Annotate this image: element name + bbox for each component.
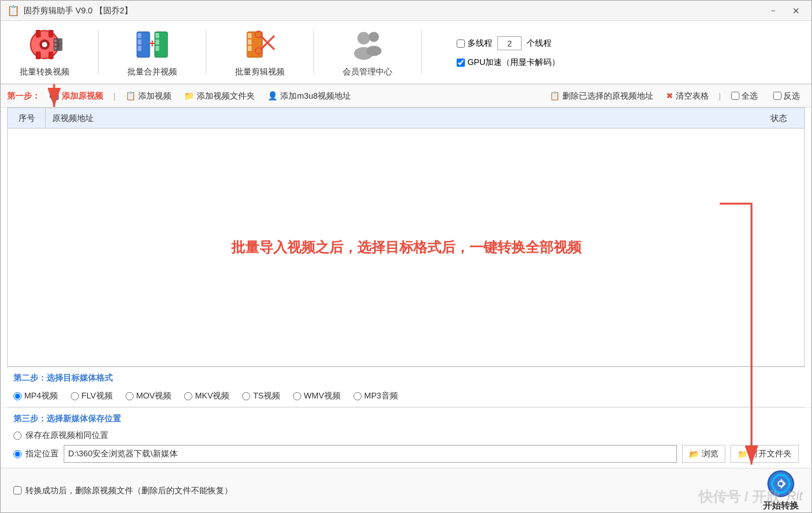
format-mov[interactable]: MOV视频 xyxy=(125,390,172,402)
batch-cut-label: 批量剪辑视频 xyxy=(235,66,285,78)
format-mp4-radio[interactable] xyxy=(13,392,22,400)
batch-convert-label: 批量转换视频 xyxy=(20,66,69,78)
svg-rect-4 xyxy=(48,30,53,38)
svg-point-35 xyxy=(779,482,783,486)
format-wmv-radio[interactable] xyxy=(293,392,301,400)
open-folder-button[interactable]: 📁 打开文件夹 xyxy=(730,445,799,463)
multi-thread-label: 多线程 xyxy=(467,38,492,49)
add-original-video-label: 添加原视频 xyxy=(62,90,103,102)
bottom-bar: 转换成功后，删除原视频文件（删除后的文件不能恢复） 开始转换 xyxy=(1,468,811,512)
table-header: 序号 原视频地址 状态 xyxy=(8,108,804,129)
format-ts[interactable]: TS视频 xyxy=(242,390,280,402)
toolbar-member[interactable]: 会员管理中心 xyxy=(336,24,399,81)
browse-label: 浏览 xyxy=(702,448,718,460)
add-m3u8-icon: 👤 xyxy=(267,91,278,101)
format-mkv[interactable]: MKV视频 xyxy=(184,390,229,402)
svg-rect-21 xyxy=(248,33,252,38)
th-path: 原视频地址 xyxy=(46,108,753,128)
format-mov-radio[interactable] xyxy=(125,392,134,400)
multi-thread-container[interactable]: 多线程 xyxy=(457,38,492,49)
format-mkv-radio[interactable] xyxy=(184,392,192,400)
th-seq: 序号 xyxy=(8,108,46,128)
save-custom-location[interactable]: 指定位置 xyxy=(13,448,59,460)
format-ts-radio[interactable] xyxy=(242,392,250,400)
select-all-btn[interactable]: 全选 xyxy=(726,88,763,104)
start-button[interactable] xyxy=(767,470,795,498)
add-video-btn[interactable]: 📋 添加视频 xyxy=(120,88,176,104)
svg-point-30 xyxy=(369,32,379,42)
svg-rect-13 xyxy=(138,39,141,45)
format-flv[interactable]: FLV视频 xyxy=(71,390,113,402)
toolbar-batch-cut[interactable]: 批量剪辑视频 xyxy=(229,24,291,81)
svg-rect-9 xyxy=(54,43,57,46)
svg-rect-5 xyxy=(36,52,41,59)
format-mp4[interactable]: MP4视频 xyxy=(13,390,58,402)
table-hint: 批量导入视频之后，选择目标格式后，一键转换全部视频 xyxy=(231,236,581,258)
format-mp3[interactable]: MP3音频 xyxy=(353,390,398,402)
save-same-location[interactable]: 保存在原视频相同位置 xyxy=(13,430,799,441)
invert-select-checkbox[interactable] xyxy=(773,92,781,100)
thread-count-input[interactable]: 2 xyxy=(497,36,522,50)
format-wmv-label: WMV视频 xyxy=(304,390,341,402)
svg-rect-6 xyxy=(48,52,53,59)
window-title: 固乔剪辑助手 V9.0 【固乔2】 xyxy=(24,5,132,17)
add-video-label: 添加视频 xyxy=(138,90,171,102)
svg-rect-18 xyxy=(155,46,159,51)
video-table: 序号 原视频地址 状态 批量导入视频之后，选择目标格式后，一键转换全部视频 xyxy=(7,108,805,367)
svg-rect-22 xyxy=(248,39,252,45)
step3-title: 第三步：选择新媒体保存位置 xyxy=(13,413,799,425)
toolbar-divider-4 xyxy=(421,30,422,74)
delete-after-label: 转换成功后，删除原视频文件（删除后的文件不能恢复） xyxy=(25,485,232,496)
app-icon: 📋 xyxy=(7,4,20,17)
toolbar: 批量转换视频 + 批量合并 xyxy=(1,21,811,85)
format-mp3-radio[interactable] xyxy=(353,392,362,400)
add-video-folder-btn[interactable]: 📁 添加视频文件夹 xyxy=(179,88,260,104)
right-actions: 全选 反选 xyxy=(726,88,805,104)
gpu-container[interactable]: GPU加速（用显卡解码） xyxy=(457,57,560,68)
svg-text:+: + xyxy=(149,37,156,50)
save-custom-location-radio[interactable] xyxy=(13,450,22,458)
format-flv-radio[interactable] xyxy=(71,392,79,400)
save-path-input[interactable] xyxy=(64,445,677,463)
delete-after-checkbox[interactable] xyxy=(13,486,22,495)
add-m3u8-btn[interactable]: 👤 添加m3u8视频地址 xyxy=(262,88,356,104)
multi-thread-checkbox[interactable] xyxy=(457,39,465,48)
delete-selected-btn[interactable]: 📋 删除已选择的原视频地址 xyxy=(545,88,659,104)
save-same-location-label: 保存在原视频相同位置 xyxy=(25,430,108,441)
add-video-icon: 📋 xyxy=(125,91,136,101)
open-folder-icon: 📁 xyxy=(737,449,748,459)
toolbar-divider-2 xyxy=(206,30,206,74)
title-bar: 📋 固乔剪辑助手 V9.0 【固乔2】 － ✕ xyxy=(1,1,811,21)
save-custom-location-label: 指定位置 xyxy=(25,448,59,460)
invert-select-btn[interactable]: 反选 xyxy=(768,88,805,104)
save-same-location-radio[interactable] xyxy=(13,432,22,440)
minimize-button[interactable]: － xyxy=(764,4,782,17)
clear-table-label: 清空表格 xyxy=(676,90,709,102)
svg-point-31 xyxy=(366,46,381,56)
format-wmv[interactable]: WMV视频 xyxy=(293,390,341,402)
select-all-checkbox[interactable] xyxy=(731,92,739,100)
gpu-checkbox[interactable] xyxy=(457,59,465,67)
sep1: | xyxy=(113,91,115,101)
format-mov-label: MOV视频 xyxy=(136,390,172,402)
browse-icon: 📂 xyxy=(689,449,699,459)
delete-selected-icon: 📋 xyxy=(550,91,560,101)
add-original-video-btn[interactable]: 📹 添加原视频 xyxy=(44,88,108,104)
toolbar-batch-merge[interactable]: + 批量合并视频 xyxy=(121,24,183,81)
toolbar-batch-convert[interactable]: 批量转换视频 xyxy=(13,24,76,81)
format-mp3-label: MP3音频 xyxy=(364,390,398,402)
member-icon xyxy=(350,27,385,62)
clear-table-btn[interactable]: ✖ 清空表格 xyxy=(661,88,714,104)
browse-button[interactable]: 📂 浏览 xyxy=(682,445,725,463)
save-path-row: 指定位置 📂 浏览 📁 打开文件夹 xyxy=(13,445,799,463)
delete-option-row[interactable]: 转换成功后，删除原视频文件（删除后的文件不能恢复） xyxy=(13,485,757,496)
toolbar-options: 多线程 2 个线程 GPU加速（用显卡解码） xyxy=(457,36,560,68)
format-mp4-label: MP4视频 xyxy=(24,390,58,402)
add-video-folder-icon: 📁 xyxy=(184,91,194,101)
step1-bar: 第一步： 📹 添加原视频 | 📋 添加视频 📁 添加视频文件夹 👤 添加m3u8… xyxy=(1,85,811,108)
format-ts-label: TS视频 xyxy=(253,390,280,402)
format-flv-label: FLV视频 xyxy=(82,390,113,402)
gpu-label: GPU加速（用显卡解码） xyxy=(467,57,560,68)
close-button[interactable]: ✕ xyxy=(787,4,805,17)
open-folder-label: 打开文件夹 xyxy=(750,448,792,460)
